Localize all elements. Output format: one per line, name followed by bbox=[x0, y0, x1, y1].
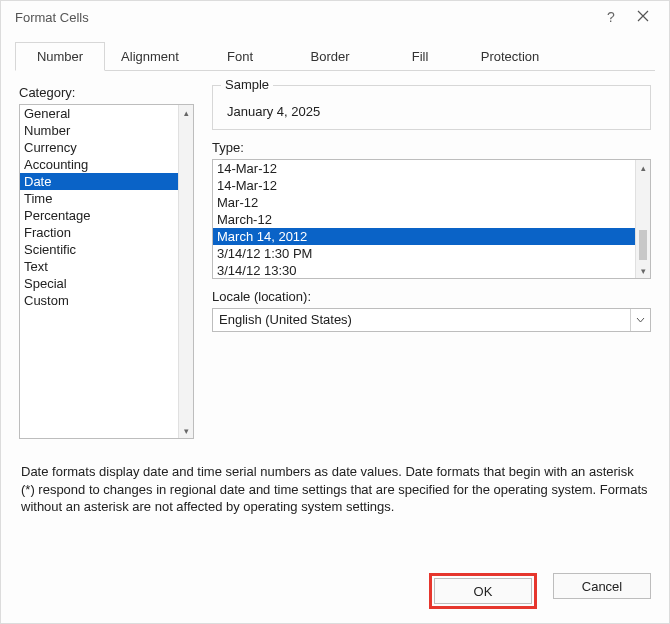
list-item[interactable]: 3/14/12 1:30 PM bbox=[213, 245, 650, 262]
tab-alignment[interactable]: Alignment bbox=[105, 42, 195, 71]
ok-highlight: OK bbox=[429, 573, 537, 609]
tab-font[interactable]: Font bbox=[195, 42, 285, 71]
locale-label: Locale (location): bbox=[212, 289, 651, 304]
list-item[interactable]: Percentage bbox=[20, 207, 193, 224]
scroll-down-icon[interactable]: ▾ bbox=[636, 263, 651, 278]
tab-fill[interactable]: Fill bbox=[375, 42, 465, 71]
list-item[interactable]: Fraction bbox=[20, 224, 193, 241]
ok-button[interactable]: OK bbox=[434, 578, 532, 604]
list-item[interactable]: Time bbox=[20, 190, 193, 207]
format-description: Date formats display date and time seria… bbox=[1, 449, 669, 526]
locale-value: English (United States) bbox=[213, 309, 630, 331]
sample-value: January 4, 2025 bbox=[225, 104, 638, 119]
sample-group: Sample January 4, 2025 bbox=[212, 85, 651, 130]
list-item[interactable]: Special bbox=[20, 275, 193, 292]
list-item[interactable]: Custom bbox=[20, 292, 193, 309]
list-item[interactable]: 3/14/12 13:30 bbox=[213, 262, 650, 279]
scroll-up-icon[interactable]: ▴ bbox=[636, 160, 651, 175]
titlebar: Format Cells ? bbox=[1, 1, 669, 33]
list-item[interactable]: Accounting bbox=[20, 156, 193, 173]
list-item[interactable]: Mar-12 bbox=[213, 194, 650, 211]
locale-select[interactable]: English (United States) bbox=[212, 308, 651, 332]
type-label: Type: bbox=[212, 140, 651, 155]
list-item[interactable]: Scientific bbox=[20, 241, 193, 258]
list-item[interactable]: General bbox=[20, 105, 193, 122]
list-item[interactable]: 14-Mar-12 bbox=[213, 177, 650, 194]
list-item[interactable]: 14-Mar-12 bbox=[213, 160, 650, 177]
category-label: Category: bbox=[19, 85, 194, 100]
tab-protection[interactable]: Protection bbox=[465, 42, 555, 71]
tabstrip: NumberAlignmentFontBorderFillProtection bbox=[15, 41, 655, 71]
chevron-down-icon[interactable] bbox=[630, 309, 650, 331]
close-icon[interactable] bbox=[627, 10, 659, 25]
category-listbox[interactable]: GeneralNumberCurrencyAccountingDateTimeP… bbox=[19, 104, 194, 439]
scroll-thumb[interactable] bbox=[639, 230, 647, 260]
scrollbar[interactable]: ▴ ▾ bbox=[635, 160, 650, 278]
list-item[interactable]: Number bbox=[20, 122, 193, 139]
list-item[interactable]: Text bbox=[20, 258, 193, 275]
tab-number[interactable]: Number bbox=[15, 42, 105, 71]
list-item[interactable]: Currency bbox=[20, 139, 193, 156]
cancel-button[interactable]: Cancel bbox=[553, 573, 651, 599]
type-listbox[interactable]: 14-Mar-1214-Mar-12Mar-12March-12March 14… bbox=[212, 159, 651, 279]
list-item[interactable]: Date bbox=[20, 173, 193, 190]
scroll-up-icon[interactable]: ▴ bbox=[179, 105, 194, 120]
window-title: Format Cells bbox=[15, 10, 595, 25]
list-item[interactable]: March 14, 2012 bbox=[213, 228, 650, 245]
list-item[interactable]: March-12 bbox=[213, 211, 650, 228]
sample-label: Sample bbox=[221, 77, 273, 92]
tab-border[interactable]: Border bbox=[285, 42, 375, 71]
scroll-down-icon[interactable]: ▾ bbox=[179, 423, 194, 438]
scrollbar[interactable]: ▴ ▾ bbox=[178, 105, 193, 438]
help-icon[interactable]: ? bbox=[595, 9, 627, 25]
